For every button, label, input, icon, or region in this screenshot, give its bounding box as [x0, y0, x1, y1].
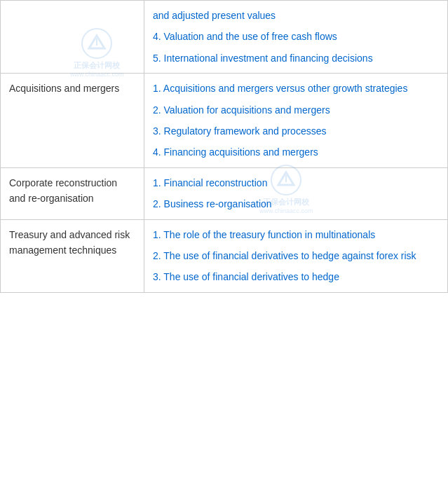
- row-0-left: [1, 1, 144, 74]
- row-2-item-1: 2. Business re-organisation: [153, 196, 439, 212]
- table-row: Corporate reconstruction and re-organisa…: [1, 167, 448, 219]
- row-1-left: Acquisitions and mergers: [1, 74, 144, 168]
- row-2-left: Corporate reconstruction and re-organisa…: [1, 167, 144, 219]
- row-1-item-2: 3. Regulatory framework and processes: [153, 123, 439, 139]
- row-0-right: and adjusted present values 4. Valuation…: [144, 1, 448, 74]
- table-row: and adjusted present values 4. Valuation…: [1, 1, 448, 74]
- table-row: Acquisitions and mergers 1. Acquisitions…: [1, 74, 448, 168]
- row-2-item-0: 1. Financial reconstruction: [153, 175, 439, 191]
- row-1-right: 1. Acquisitions and mergers versus other…: [144, 74, 448, 168]
- row-3-left: Treasury and advanced risk management te…: [1, 219, 144, 292]
- row-0-item-2: 5. International investment and financin…: [153, 50, 439, 66]
- row-3-item-1: 2. The use of financial derivatives to h…: [153, 248, 439, 263]
- row-1-item-3: 4. Financing acquisitions and mergers: [153, 144, 439, 160]
- row-1-item-1: 2. Valuation for acquisitions and merger…: [153, 102, 439, 118]
- row-0-item-0: and adjusted present values: [153, 8, 439, 23]
- row-1-item-0: 1. Acquisitions and mergers versus other…: [153, 81, 439, 96]
- row-3-item-0: 1. The role of the treasury function in …: [153, 227, 439, 242]
- row-3-right: 1. The role of the treasury function in …: [144, 219, 448, 292]
- row-2-right: 1. Financial reconstruction 2. Business …: [144, 167, 448, 219]
- table-row: Treasury and advanced risk management te…: [1, 219, 448, 292]
- content-table: and adjusted present values 4. Valuation…: [0, 0, 448, 293]
- row-3-item-2: 3. The use of financial derivatives to h…: [153, 269, 439, 284]
- row-0-item-1: 4. Valuation and the use of free cash fl…: [153, 29, 439, 44]
- main-content: 正保会计网校 www.chinaacc.com 正保会计网校 www.china…: [0, 0, 448, 293]
